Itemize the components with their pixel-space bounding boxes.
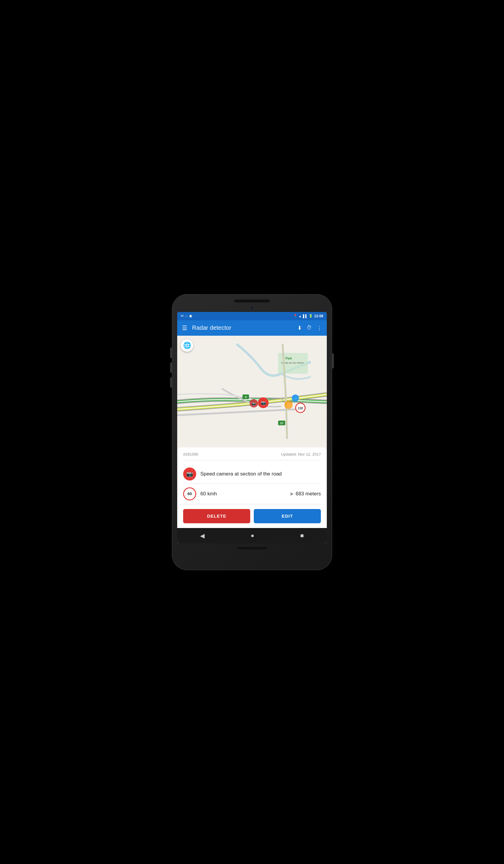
svg-point-5: [281, 397, 284, 401]
bottom-sheet: #281590 Updated: Nov 12, 2017 📷 Speed ca…: [177, 447, 327, 528]
sync-icon: ○: [185, 314, 187, 318]
svg-text:110: 110: [298, 407, 303, 410]
speed-limit-value: 60: [188, 492, 192, 496]
phone-screen: ✉ ○ ▣ 📍 ▲ ▌▌ 🔋 12:08 ☰ Radar detector ⬇ …: [177, 312, 327, 543]
home-button[interactable]: ●: [244, 530, 260, 541]
more-button[interactable]: ⋮: [317, 325, 322, 331]
speed-sign: 60: [183, 487, 196, 501]
map-area[interactable]: Park Zorrilla de San Martín: [177, 336, 327, 447]
speaker-bottom: [237, 547, 267, 549]
signal-icon: ▌▌: [303, 314, 308, 318]
app-title: Radar detector: [192, 324, 297, 331]
recents-button[interactable]: ■: [294, 530, 310, 541]
bottom-nav: ◀ ● ■: [177, 528, 327, 543]
camera-icon: 📷: [187, 471, 193, 477]
app-bar-actions: ⬇ ⏱ ⋮: [297, 325, 322, 331]
edit-button[interactable]: EDIT: [254, 509, 321, 523]
svg-text:📷: 📷: [252, 401, 256, 406]
location-icon: 📍: [293, 314, 297, 318]
status-bar: ✉ ○ ▣ 📍 ▲ ▌▌ 🔋 12:08: [177, 312, 327, 320]
status-icons-left: ✉ ○ ▣: [181, 314, 192, 318]
gmail-icon: ✉: [181, 314, 183, 318]
app-bar: ☰ Radar detector ⬇ ⏱ ⋮: [177, 320, 327, 336]
status-icons-right: 📍 ▲ ▌▌ 🔋 12:08: [293, 314, 323, 318]
speaker-top: [234, 299, 270, 302]
clock-button[interactable]: ⏱: [307, 325, 312, 331]
sheet-header: #281590 Updated: Nov 12, 2017: [183, 452, 321, 460]
phone-bottom: [177, 547, 327, 549]
svg-text:Park: Park: [286, 357, 292, 360]
updated-date: Updated: Nov 12, 2017: [281, 452, 321, 456]
description-row: 📷 Speed camera at section of the road: [183, 465, 321, 484]
radar-id: #281590: [183, 452, 198, 456]
globe-button[interactable]: 🌐: [181, 339, 193, 352]
svg-point-13: [292, 394, 299, 401]
delete-button[interactable]: DELETE: [183, 509, 250, 523]
camera-description: Speed camera at section of the road: [200, 471, 282, 477]
navigation-arrow-icon: ➤: [289, 491, 294, 497]
download-button[interactable]: ⬇: [297, 325, 302, 331]
map-svg: Park Zorrilla de San Martín: [177, 336, 327, 447]
battery-icon: 🔋: [309, 314, 313, 318]
svg-text:9: 9: [245, 396, 247, 399]
speed-row: 60 60 kmh ➤ 683 meters: [183, 484, 321, 504]
clipboard-icon: ▣: [189, 314, 192, 318]
front-camera: [250, 306, 254, 310]
back-button[interactable]: ◀: [194, 530, 211, 542]
camera-badge: 📷: [183, 467, 196, 481]
menu-button[interactable]: ☰: [182, 324, 187, 332]
svg-point-12: [284, 401, 293, 409]
wifi-icon: ▲: [299, 314, 302, 318]
globe-icon: 🌐: [183, 341, 191, 349]
status-time: 12:08: [314, 314, 323, 318]
action-buttons: DELETE EDIT: [183, 509, 321, 523]
svg-text:27: 27: [280, 422, 283, 425]
svg-text:📷: 📷: [261, 400, 266, 406]
distance-group: ➤ 683 meters: [289, 491, 321, 497]
speed-text: 60 kmh: [200, 491, 285, 497]
distance-text: 683 meters: [296, 491, 321, 497]
